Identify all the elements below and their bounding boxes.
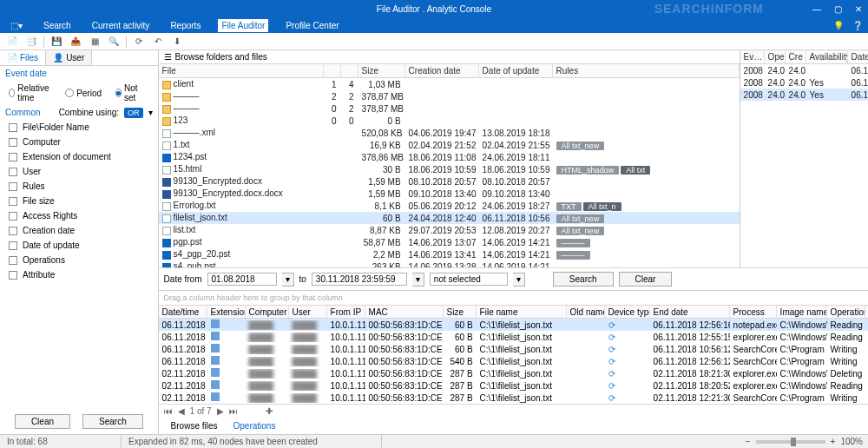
radio-not-set[interactable]: Not set <box>115 83 141 102</box>
file-row[interactable]: s4_pub.pst263 KB14.06.2019 13:2814.06.20… <box>159 260 740 267</box>
tab-browse-files[interactable]: Browse files <box>164 419 225 432</box>
export-icon[interactable]: 📤 <box>69 35 82 49</box>
data-col[interactable]: MAC <box>365 306 444 318</box>
data-row[interactable]: 06.11.2018████████10.0.1.1100:50:56:83:1… <box>159 355 868 367</box>
add-doc-icon[interactable]: 📑 <box>24 35 38 49</box>
file-row[interactable]: 1.txt16,9 KB02.04.2019 21:5202.04.2019 2… <box>159 139 740 151</box>
combine-value[interactable]: OR <box>124 108 143 118</box>
col-d2[interactable] <box>341 64 358 77</box>
menu-reports[interactable]: Reports <box>167 19 204 32</box>
refresh-icon[interactable]: ⟳ <box>132 35 146 49</box>
save-icon[interactable]: 💾 <box>49 35 63 49</box>
filter-access-rights[interactable]: Access Rights <box>0 208 158 223</box>
download-icon[interactable]: ⬇ <box>170 35 184 49</box>
pager-add-icon[interactable]: ✚ <box>266 406 273 416</box>
pager-last-icon[interactable]: ⏭ <box>229 406 238 416</box>
menu-search[interactable]: Search <box>40 19 75 32</box>
col-d1[interactable] <box>324 64 341 77</box>
data-col[interactable]: Computer <box>246 306 289 318</box>
col-updated[interactable]: Date of update <box>479 64 553 77</box>
pager-next-icon[interactable]: ▶ <box>217 406 224 416</box>
file-row[interactable]: Errorlog.txt8,1 KB05.06.2019 20:1224.06.… <box>159 200 740 212</box>
date-from-drop-icon[interactable]: ▾ <box>282 273 294 287</box>
maximize-icon[interactable]: ▢ <box>832 3 844 15</box>
menu-profile-center[interactable]: Profile Center <box>282 19 342 32</box>
close-icon[interactable]: ✕ <box>852 3 865 15</box>
mini-col[interactable]: Cre <box>786 50 806 63</box>
mini-col[interactable]: Ope <box>765 50 786 63</box>
file-row[interactable]: pgp.pst58,87 MB14.06.2019 13:0714.06.201… <box>159 236 740 248</box>
file-row[interactable]: 99130_Encrypted.docx.docx1,59 MB09.10.20… <box>159 188 740 200</box>
grid-icon[interactable]: ▦ <box>88 35 102 49</box>
help-icon[interactable]: ❔ <box>852 21 863 30</box>
mini-col[interactable]: Date of update <box>848 50 868 63</box>
filter-rules[interactable]: Rules <box>0 179 158 194</box>
tab-files[interactable]: 📄Files <box>0 50 46 65</box>
data-col[interactable]: Operation <box>827 306 865 318</box>
mini-col[interactable]: Availability <box>806 50 848 63</box>
zoom-slider[interactable] <box>756 440 825 444</box>
filter-file-folder-name[interactable]: File\Folder Name <box>0 120 158 135</box>
mini-row[interactable]: 2008…24.0…24.0…Yes06.11.2018 18:58:1160 … <box>740 89 868 101</box>
new-doc-icon[interactable]: 📄 <box>5 35 19 49</box>
data-col[interactable]: Old name <box>567 306 605 318</box>
pager-prev-icon[interactable]: ◀ <box>178 406 185 416</box>
mini-col[interactable]: Ev… <box>740 50 765 63</box>
menu-file-auditor[interactable]: File Auditor <box>218 19 268 32</box>
zoom-in-icon[interactable]: + <box>831 437 836 446</box>
filter-operations[interactable]: Operations <box>0 253 158 267</box>
data-col[interactable]: Process <box>730 306 777 318</box>
file-row[interactable]: ———.xml520,08 KB04.06.2019 19:4713.08.20… <box>159 127 740 139</box>
file-row[interactable]: ———22378,87 MB <box>159 90 740 102</box>
search-button[interactable]: Search <box>82 414 143 429</box>
radio-period[interactable]: Period <box>65 89 102 98</box>
menu-current-activity[interactable]: Current activity <box>89 19 154 32</box>
clear-btn[interactable]: Clear <box>619 272 673 287</box>
filter-extension-of-document[interactable]: Extension of document <box>0 149 158 164</box>
file-row[interactable]: 1234.pst378,86 MB18.06.2019 11:0824.06.2… <box>159 151 740 163</box>
mini-row[interactable]: 2008…24.0…24.0…Yes06.11.2018 18:58:1160 … <box>740 76 868 89</box>
data-col[interactable] <box>865 306 868 318</box>
data-col[interactable]: Size <box>444 306 477 318</box>
extra-filter[interactable]: not selected <box>430 273 508 286</box>
col-rules[interactable]: Rules <box>553 64 740 77</box>
chevron-down-icon[interactable]: ▾ <box>148 108 153 117</box>
extra-drop-icon[interactable]: ▾ <box>513 273 525 287</box>
data-col[interactable]: Date/time <box>159 306 207 318</box>
radio-relative-time[interactable]: Relative time <box>9 83 51 102</box>
filter-date-of-update[interactable]: Date of update <box>0 238 158 253</box>
filter-computer[interactable]: Computer <box>0 135 158 149</box>
file-row[interactable]: 123000 B <box>159 115 740 127</box>
filter-file-size[interactable]: File size <box>0 194 158 208</box>
file-row[interactable]: filelist_json.txt60 B24.04.2018 12:4006.… <box>159 212 740 224</box>
file-row[interactable]: s4_pgp_20.pst2,2 MB14.06.2019 13:4114.06… <box>159 248 740 260</box>
data-col[interactable]: Device type <box>605 306 650 318</box>
clean-button[interactable]: Clean <box>15 414 70 429</box>
zoom-out-icon[interactable]: − <box>746 437 751 446</box>
data-row[interactable]: 06.11.2018████████10.0.1.1100:50:56:83:1… <box>159 343 868 355</box>
pager-first-icon[interactable]: ⏮ <box>164 406 173 416</box>
data-row[interactable]: 06.11.2018████████10.0.1.1100:50:56:83:1… <box>159 331 868 343</box>
filter-user[interactable]: User <box>0 164 158 179</box>
zoom-icon[interactable]: 🔍 <box>107 35 121 49</box>
filter-attribute[interactable]: Attribute <box>0 267 158 282</box>
col-file[interactable]: File <box>159 64 324 77</box>
data-col[interactable]: From IP <box>327 306 365 318</box>
file-list[interactable]: client141,03 MB———22378,87 MB———02378,87… <box>159 78 740 267</box>
file-row[interactable]: ———02378,87 MB <box>159 102 740 115</box>
tab-user[interactable]: 👤User <box>46 50 92 65</box>
data-col[interactable]: End date <box>650 306 730 318</box>
file-row[interactable]: client141,03 MB <box>159 78 740 90</box>
app-menu-icon[interactable]: ⬚▾ <box>7 19 26 32</box>
mini-row[interactable]: 2008…24.0…24.0…06.11.2018 18:58:1160 B <box>740 64 868 76</box>
data-col[interactable]: Extension <box>207 306 246 318</box>
col-created[interactable]: Creation date <box>405 64 479 77</box>
data-col[interactable]: File name <box>477 306 567 318</box>
data-row[interactable]: 02.11.2018████████10.0.1.1100:50:56:83:1… <box>159 379 868 392</box>
col-size[interactable]: Size <box>358 64 405 77</box>
data-row[interactable]: 02.11.2018████████10.0.1.1100:50:56:83:1… <box>159 367 868 379</box>
data-col[interactable]: User <box>289 306 327 318</box>
tab-operations[interactable]: Operations <box>227 419 283 432</box>
minimize-icon[interactable]: — <box>811 3 823 15</box>
search-btn[interactable]: Search <box>553 272 614 287</box>
